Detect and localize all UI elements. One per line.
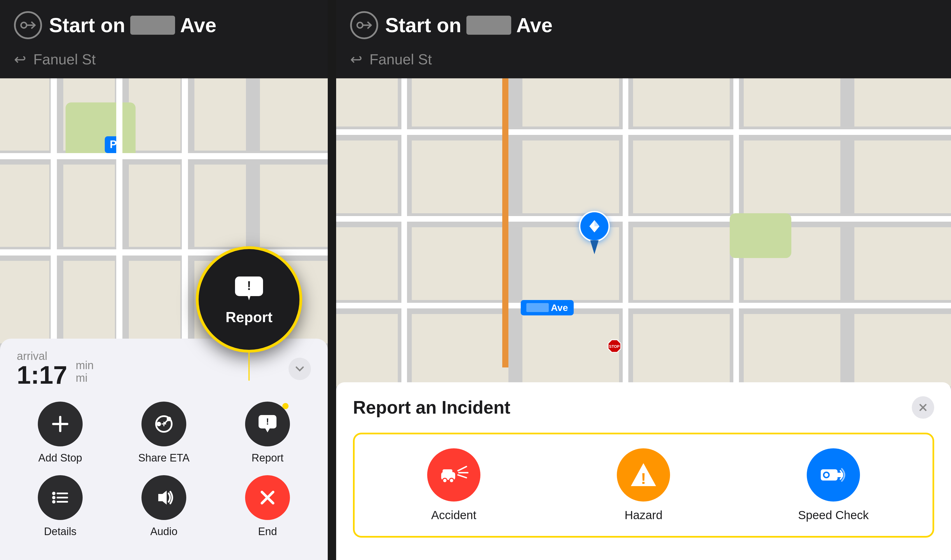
- mi-label: mi: [76, 372, 87, 384]
- panel-divider: [328, 0, 336, 560]
- svg-line-38: [458, 466, 466, 471]
- right-sub-street: Fanuel St: [369, 51, 432, 68]
- speed-check-item[interactable]: Speed Check: [743, 448, 924, 522]
- right-nav-bar: Start on Ave: [336, 0, 951, 48]
- svg-point-10: [157, 422, 161, 426]
- left-map: P ! Report: [0, 78, 328, 560]
- svg-text:+: +: [161, 418, 167, 429]
- accident-label: Accident: [431, 509, 476, 522]
- accident-button[interactable]: [427, 448, 480, 502]
- incident-title: Report an Incident: [353, 397, 510, 418]
- left-bottom-sheet: ! Report arrival 1:17 min mi: [0, 338, 328, 560]
- details-button[interactable]: [38, 475, 83, 520]
- action-buttons-grid: Add Stop + Share ETA: [17, 402, 311, 538]
- svg-text:STOP: STOP: [609, 344, 620, 349]
- svg-point-0: [21, 22, 26, 28]
- share-eta-button[interactable]: +: [142, 402, 186, 446]
- report-item[interactable]: ! Report: [224, 402, 311, 464]
- audio-button[interactable]: [142, 475, 186, 520]
- close-button[interactable]: [912, 396, 934, 418]
- report-button[interactable]: !: [245, 402, 290, 446]
- left-sub-street: Fanuel St: [33, 51, 96, 68]
- report-label: Report: [252, 452, 284, 464]
- stop-sign-icon: STOP: [607, 338, 622, 355]
- svg-point-47: [824, 473, 828, 477]
- svg-line-40: [458, 475, 466, 478]
- share-eta-label: Share ETA: [138, 452, 189, 464]
- report-bubble-label: Report: [225, 309, 273, 326]
- svg-point-24: [357, 22, 363, 28]
- add-stop-label: Add Stop: [39, 452, 82, 464]
- incident-options-grid: Accident ! Hazard: [353, 433, 934, 538]
- left-nav-title: Start on Ave: [49, 14, 216, 37]
- location-pin: [579, 211, 610, 254]
- start-nav-icon: [14, 11, 42, 39]
- left-turn-icon: ↩: [14, 51, 26, 68]
- add-stop-item[interactable]: Add Stop: [17, 402, 103, 464]
- left-phone-panel: Start on Ave ↩ Fanuel St P: [0, 0, 328, 560]
- right-start-nav-icon: [350, 11, 378, 39]
- left-nav-bar: Start on Ave: [0, 0, 328, 48]
- svg-point-19: [52, 500, 56, 503]
- right-map: Ave STOP Report an Incident: [336, 78, 951, 560]
- right-phone-panel: Start on Ave ↩ Fanuel St: [336, 0, 951, 560]
- svg-text:!: !: [641, 469, 646, 487]
- svg-text:!: !: [247, 279, 251, 292]
- audio-item[interactable]: Audio: [120, 475, 207, 538]
- report-bubble[interactable]: ! Report: [196, 246, 302, 381]
- svg-point-37: [450, 479, 453, 482]
- end-item[interactable]: End: [224, 475, 311, 538]
- hazard-label: Hazard: [625, 509, 662, 522]
- details-label: Details: [44, 526, 76, 538]
- svg-point-17: [52, 496, 56, 499]
- details-item[interactable]: Details: [17, 475, 103, 538]
- ave-street-label: Ave: [521, 300, 574, 315]
- right-bottom-sheet: Report an Incident: [336, 382, 951, 560]
- audio-label: Audio: [150, 526, 177, 538]
- accident-item[interactable]: Accident: [363, 448, 545, 522]
- share-eta-item[interactable]: + Share ETA: [120, 402, 207, 464]
- end-label: End: [258, 526, 277, 538]
- speed-check-label: Speed Check: [798, 509, 869, 522]
- speed-check-button[interactable]: [807, 448, 860, 502]
- svg-point-35: [443, 479, 446, 482]
- right-turn-icon: ↩: [350, 51, 363, 68]
- add-stop-button[interactable]: [38, 402, 83, 446]
- right-nav-title: Start on Ave: [385, 14, 553, 37]
- svg-text:!: !: [266, 417, 269, 426]
- min-label: min: [76, 359, 94, 372]
- svg-point-15: [52, 492, 56, 495]
- left-sub-nav: ↩ Fanuel St: [0, 48, 328, 78]
- svg-marker-27: [594, 220, 599, 226]
- arrival-time: 1:17: [17, 362, 67, 388]
- right-sub-nav: ↩ Fanuel St: [336, 48, 951, 78]
- hazard-item[interactable]: ! Hazard: [553, 448, 735, 522]
- svg-rect-33: [443, 469, 452, 474]
- svg-marker-21: [158, 491, 167, 505]
- end-button[interactable]: [245, 475, 290, 520]
- svg-marker-3: [248, 296, 250, 300]
- arrival-label: arrival: [17, 350, 47, 362]
- hazard-button[interactable]: !: [617, 448, 670, 502]
- svg-marker-13: [265, 428, 270, 432]
